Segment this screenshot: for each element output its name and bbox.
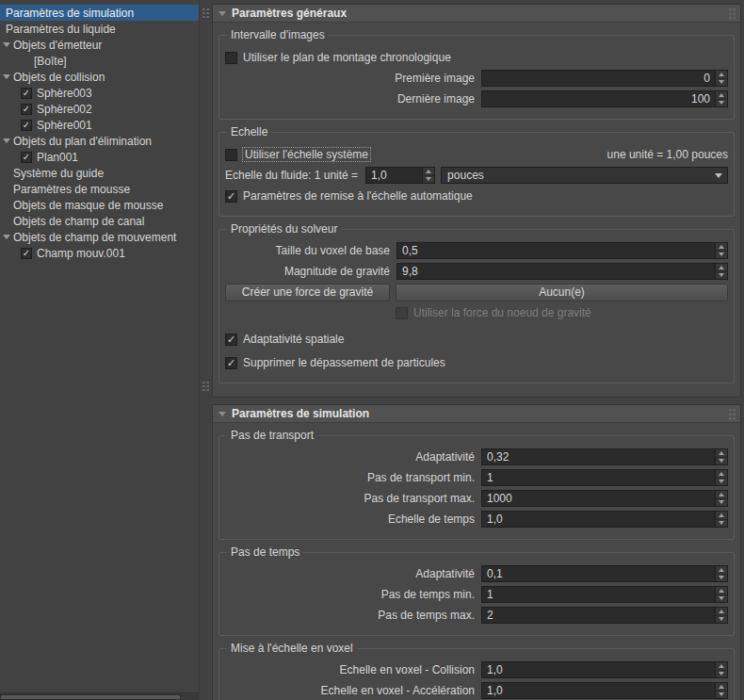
auto-rescale-checkbox-row[interactable]: ✓ Paramètres de remise à l'échelle autom… <box>225 188 728 203</box>
expand-arrow-icon[interactable] <box>3 138 13 143</box>
voxel-size-input[interactable] <box>397 243 715 258</box>
tree-item-objets-emetteur[interactable]: Objets d'émetteur <box>0 37 199 53</box>
spinner-down-icon[interactable] <box>716 478 727 486</box>
spinner-down-icon[interactable] <box>716 78 727 87</box>
spinner-down-icon[interactable] <box>716 594 727 603</box>
transport-min-input[interactable] <box>482 470 715 485</box>
time-max-input[interactable] <box>482 608 715 623</box>
spinner-buttons[interactable] <box>715 608 727 623</box>
gravity-spinner[interactable] <box>396 263 728 280</box>
fluid-scale-spinner[interactable] <box>365 167 435 184</box>
spinner-buttons[interactable] <box>715 71 727 86</box>
system-scale-checkbox-row[interactable]: Utiliser l'échelle système une unité = 1… <box>225 147 728 162</box>
gravity-node-button[interactable]: Aucun(e) <box>396 284 728 301</box>
spinner-up-icon[interactable] <box>716 566 727 574</box>
time-scale-spinner[interactable] <box>481 511 728 528</box>
spinner-down-icon[interactable] <box>716 519 727 528</box>
checkbox[interactable]: ✓ <box>225 357 237 369</box>
spinner-down-icon[interactable] <box>716 251 727 259</box>
spinner-down-icon[interactable] <box>716 574 727 582</box>
spinner-up-icon[interactable] <box>716 512 727 519</box>
spinner-buttons[interactable] <box>422 168 434 183</box>
spinner-buttons[interactable] <box>715 587 727 602</box>
voxel-collision-spinner[interactable] <box>481 661 728 678</box>
checkbox[interactable]: ✓ <box>21 248 32 259</box>
spinner-up-icon[interactable] <box>716 243 727 251</box>
spinner-up-icon[interactable] <box>716 662 727 670</box>
spinner-buttons[interactable] <box>715 491 727 506</box>
timeline-checkbox-row[interactable]: Utiliser le plan de montage chronologiqu… <box>225 50 728 65</box>
voxel-acceleration-spinner[interactable] <box>481 682 728 699</box>
voxel-collision-input[interactable] <box>482 662 715 677</box>
tree-item-parametres-simulation[interactable]: Paramètres de simulation <box>0 5 199 21</box>
fluid-scale-input[interactable] <box>366 168 422 183</box>
rollout-header-parametres-generaux[interactable]: Paramètres généraux <box>213 5 740 23</box>
tree-item-champ-mouv-001[interactable]: ✓ Champ mouv.001 <box>0 245 199 261</box>
tree-item-plan001[interactable]: ✓ Plan001 <box>0 149 199 165</box>
grip-dots-icon[interactable] <box>728 408 736 420</box>
spinner-buttons[interactable] <box>715 243 727 258</box>
spinner-down-icon[interactable] <box>716 457 727 465</box>
spinner-down-icon[interactable] <box>716 271 727 280</box>
checkbox[interactable]: ✓ <box>21 104 32 115</box>
last-frame-spinner[interactable] <box>481 90 728 107</box>
spinner-up-icon[interactable] <box>716 71 727 78</box>
checkbox[interactable] <box>225 149 237 161</box>
spinner-buttons[interactable] <box>715 91 727 106</box>
checkbox[interactable]: ✓ <box>21 152 32 163</box>
last-frame-input[interactable] <box>482 91 715 106</box>
spinner-buttons[interactable] <box>715 566 727 581</box>
spinner-down-icon[interactable] <box>423 175 434 184</box>
spinner-down-icon[interactable] <box>716 615 727 624</box>
first-frame-spinner[interactable] <box>481 70 728 87</box>
grip-dots-icon[interactable] <box>728 8 736 20</box>
spinner-up-icon[interactable] <box>716 587 727 594</box>
spinner-buttons[interactable] <box>715 662 727 677</box>
rollout-header-parametres-simulation[interactable]: Paramètres de simulation <box>213 405 740 423</box>
spinner-down-icon[interactable] <box>716 691 727 699</box>
tree-item-sphere002[interactable]: ✓ Sphère002 <box>0 101 199 117</box>
spinner-buttons[interactable] <box>715 470 727 485</box>
transport-max-spinner[interactable] <box>481 490 728 507</box>
scrollbar-thumb[interactable] <box>0 694 181 700</box>
checkbox[interactable]: ✓ <box>21 88 32 99</box>
use-gravity-node-checkbox-row[interactable]: Utiliser la force du noeud de gravité <box>396 305 728 320</box>
tree-item-systeme-guide[interactable]: Système du guide <box>0 165 199 181</box>
first-frame-input[interactable] <box>482 71 715 86</box>
spinner-buttons[interactable] <box>715 264 727 279</box>
checkbox[interactable]: ✓ <box>21 120 32 131</box>
tree-item-parametres-mousse[interactable]: Paramètres de mousse <box>0 181 199 197</box>
checkbox[interactable] <box>225 52 237 64</box>
spinner-buttons[interactable] <box>715 683 727 698</box>
spinner-up-icon[interactable] <box>716 470 727 478</box>
spinner-up-icon[interactable] <box>716 683 727 691</box>
spinner-up-icon[interactable] <box>716 491 727 498</box>
time-min-spinner[interactable] <box>481 586 728 603</box>
gravity-input[interactable] <box>397 264 715 279</box>
tree-item-objets-masque-mousse[interactable]: Objets de masque de mousse <box>0 197 199 213</box>
tree-item-objets-collision[interactable]: Objets de collision <box>0 69 199 85</box>
spinner-down-icon[interactable] <box>716 670 727 678</box>
expand-arrow-icon[interactable] <box>3 42 13 47</box>
horizontal-scrollbar[interactable] <box>0 692 199 700</box>
voxel-acceleration-input[interactable] <box>482 683 715 698</box>
tree-item-objets-plan-elimination[interactable]: Objets du plan d'élimination <box>0 133 199 149</box>
tree-item-objets-champ-canal[interactable]: Objets de champ de canal <box>0 213 199 229</box>
time-adaptivity-spinner[interactable] <box>481 565 728 582</box>
checkbox[interactable]: ✓ <box>225 190 237 203</box>
checkbox[interactable]: ✓ <box>225 334 237 346</box>
tree-item-sphere001[interactable]: ✓ Sphère001 <box>0 117 199 133</box>
spinner-up-icon[interactable] <box>716 608 727 615</box>
spinner-buttons[interactable] <box>715 449 727 464</box>
checkbox[interactable] <box>396 307 408 319</box>
spinner-buttons[interactable] <box>715 512 727 527</box>
spinner-up-icon[interactable] <box>423 168 434 175</box>
spinner-up-icon[interactable] <box>716 264 727 271</box>
transport-adaptivity-spinner[interactable] <box>481 448 728 465</box>
remove-particles-checkbox-row[interactable]: ✓ Supprimer le dépassement de particules <box>225 355 728 370</box>
create-gravity-force-button[interactable]: Créer une force de gravité <box>225 284 390 301</box>
spinner-up-icon[interactable] <box>716 91 727 99</box>
spinner-down-icon[interactable] <box>716 498 727 507</box>
expand-arrow-icon[interactable] <box>3 235 13 239</box>
unit-dropdown[interactable]: pouces <box>441 167 728 184</box>
